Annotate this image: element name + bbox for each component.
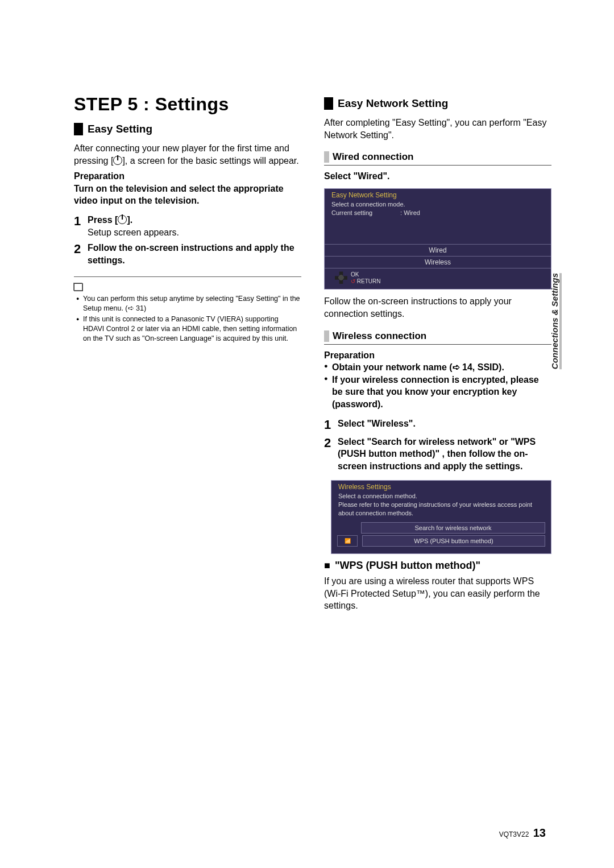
network-intro: After completing "Easy Setting", you can… <box>324 117 551 141</box>
wireless-step2-text: Select "Search for wireless network" or … <box>338 436 551 473</box>
wired-follow: Follow the on-screen instructions to app… <box>324 295 551 320</box>
underline <box>324 165 551 166</box>
step-2: 2 Follow the on-screen instructions and … <box>74 242 301 266</box>
screen-line2a: Current setting <box>331 209 372 216</box>
bar-icon <box>324 97 333 110</box>
wired-heading: Wired connection <box>324 151 551 163</box>
easy-setting-label: Easy Setting <box>88 123 152 135</box>
step-number: 1 <box>324 418 338 432</box>
bar-icon <box>74 123 83 135</box>
wired-select: Select "Wired". <box>324 170 551 183</box>
opt-search: Search for wireless network <box>361 522 545 534</box>
note-item: If this unit is connected to a Panasonic… <box>76 315 301 344</box>
wired-screenshot: Easy Network Setting Select a connection… <box>324 188 551 290</box>
wireless-step1-text: Select "Wireless". <box>338 418 416 430</box>
opt-wired: Wired <box>325 244 551 256</box>
step-1: 1 Press []. Setup screen appears. <box>74 214 301 238</box>
page-number: 13 <box>533 826 546 839</box>
return-label: RETURN <box>357 278 381 284</box>
intro-text-b: ], a screen for the basic settings will … <box>122 156 298 166</box>
network-heading-label: Easy Network Setting <box>338 97 448 110</box>
book-icon <box>74 283 83 291</box>
screen-line1: Select a connection mode. <box>331 201 405 208</box>
screen-line2b: : Wired <box>400 209 420 216</box>
power-icon <box>118 215 127 224</box>
page-title: STEP 5 : Settings <box>74 94 301 115</box>
divider <box>74 276 301 277</box>
wireless-step-1: 1 Select "Wireless". <box>324 418 551 432</box>
wps-icon: 📶 <box>337 535 358 547</box>
screen-text: Select a connection mode. Current settin… <box>325 200 551 217</box>
side-tab: Connections & Settings <box>547 273 562 369</box>
wireless-heading-label: Wireless connection <box>333 330 426 342</box>
step1-a: Press [ <box>88 215 118 225</box>
notch-icon <box>324 330 329 342</box>
notch-icon <box>324 151 329 163</box>
wireless-screenshot: Wireless Settings Select a connection me… <box>331 480 551 554</box>
step-number: 1 <box>74 214 88 229</box>
step-number: 2 <box>74 242 88 257</box>
wps-body: If you are using a wireless router that … <box>324 575 551 612</box>
notes-block: You can perform this setup anytime by se… <box>74 282 301 343</box>
underline <box>324 344 551 345</box>
screen-title: Easy Network Setting <box>325 189 551 200</box>
wired-heading-label: Wired connection <box>333 151 413 163</box>
step2-text: Follow the on-screen instructions and ap… <box>88 242 301 266</box>
ok-label: OK <box>351 271 359 278</box>
prep-item: Obtain your network name (➪ 14, SSID). <box>324 361 551 374</box>
step1-sub: Setup screen appears. <box>88 228 179 237</box>
easy-setting-heading: Easy Setting <box>74 123 301 135</box>
screen-ok-row: OK ↺ RETURN <box>325 268 551 284</box>
note-item: You can perform this setup anytime by se… <box>76 294 301 313</box>
opt-wps: WPS (PUSH button method) <box>362 535 545 547</box>
footer: VQT3V22 13 <box>499 826 546 840</box>
wireless-prep-label: Preparation <box>324 349 551 362</box>
screen-title: Wireless Settings <box>331 481 551 492</box>
easy-setting-intro: After connecting your new player for the… <box>74 142 301 167</box>
step-number: 2 <box>324 436 338 450</box>
screen-msg: Select a connection method. Please refer… <box>331 492 551 518</box>
step1-b: ]. <box>127 215 132 225</box>
prep-item: If your wireless connection is encrypted… <box>324 374 551 411</box>
wps-heading: "WPS (PUSH button method)" <box>324 560 551 572</box>
prep-label: Preparation <box>74 170 301 183</box>
power-icon <box>113 156 122 165</box>
wireless-prep-list: Obtain your network name (➪ 14, SSID). I… <box>324 361 551 410</box>
footer-code: VQT3V22 <box>499 830 529 838</box>
wireless-step-2: 2 Select "Search for wireless network" o… <box>324 436 551 473</box>
opt-wireless: Wireless <box>325 256 551 268</box>
prep-text: Turn on the television and select the ap… <box>74 183 301 207</box>
dpad-icon <box>335 271 347 284</box>
network-heading: Easy Network Setting <box>324 97 551 110</box>
wireless-heading: Wireless connection <box>324 330 551 342</box>
